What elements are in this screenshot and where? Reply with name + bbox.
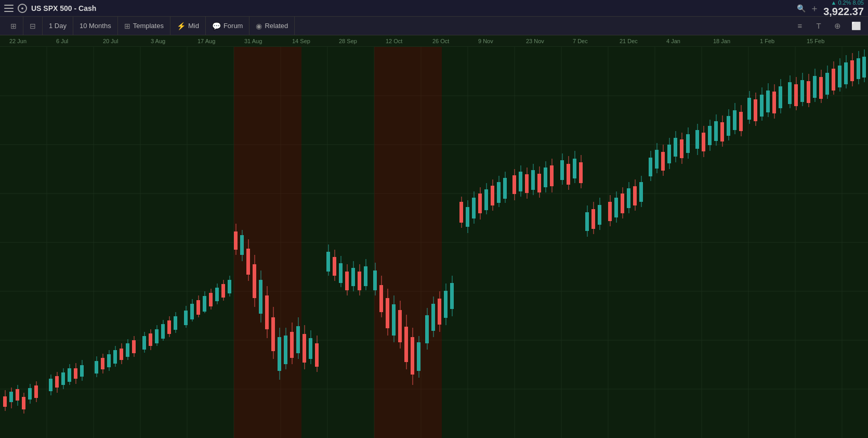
svg-rect-171	[484, 189, 488, 210]
svg-rect-201	[585, 212, 589, 231]
chart-area[interactable]	[0, 47, 868, 438]
svg-rect-53	[95, 361, 98, 373]
svg-rect-119	[309, 338, 312, 359]
svg-rect-277	[838, 66, 841, 87]
svg-rect-217	[639, 182, 643, 202]
svg-rect-189	[544, 168, 547, 187]
date-label: 31 Aug	[244, 38, 262, 44]
svg-rect-211	[621, 194, 624, 213]
svg-rect-83	[196, 300, 200, 315]
mid-btn[interactable]: ⚡ Mid	[170, 17, 206, 35]
svg-rect-231	[686, 134, 690, 153]
date-axis: 22 Jun6 Jul20 Jul3 Aug17 Aug31 Aug14 Sep…	[0, 35, 868, 47]
svg-rect-155	[431, 304, 435, 331]
forum-btn[interactable]: 💬 Forum	[206, 17, 250, 35]
svg-rect-149	[411, 337, 414, 375]
svg-rect-193	[560, 160, 564, 180]
svg-rect-95	[234, 231, 238, 250]
range-btn[interactable]: 10 Months	[73, 17, 118, 35]
svg-rect-75	[167, 320, 171, 334]
grid-icon: ⊟	[30, 22, 36, 30]
svg-rect-239	[714, 121, 718, 141]
forum-icon: 💬	[212, 22, 221, 30]
svg-rect-67	[142, 336, 146, 350]
svg-rect-141	[386, 298, 389, 328]
svg-rect-241	[720, 122, 724, 141]
date-label: 6 Jul	[56, 38, 68, 44]
svg-rect-89	[215, 288, 219, 301]
search-icon[interactable]: 🔍	[797, 4, 806, 12]
svg-rect-131	[351, 268, 355, 286]
svg-rect-279	[844, 62, 848, 84]
layout-icon-btn[interactable]: ⊞	[4, 17, 23, 35]
settings-icon-btn[interactable]: ⬜	[848, 19, 864, 33]
svg-rect-27	[374, 47, 442, 438]
grid-icon-btn[interactable]: ⊟	[23, 17, 43, 35]
svg-rect-113	[290, 332, 294, 358]
date-label: 3 Aug	[151, 38, 165, 44]
svg-rect-145	[398, 310, 402, 342]
date-label: 17 Aug	[198, 38, 215, 44]
svg-rect-275	[832, 69, 835, 91]
svg-rect-249	[747, 98, 751, 120]
templates-icon: ⊞	[124, 22, 130, 30]
svg-rect-151	[417, 342, 420, 371]
related-icon: ◉	[256, 22, 262, 30]
svg-rect-169	[478, 194, 482, 213]
date-label: 7 Dec	[573, 38, 588, 44]
range-label: 10 Months	[80, 22, 111, 30]
svg-rect-197	[573, 159, 576, 178]
svg-rect-39	[34, 385, 38, 398]
svg-rect-37	[28, 388, 32, 400]
svg-rect-29	[3, 396, 7, 407]
svg-rect-281	[850, 60, 854, 81]
svg-rect-167	[472, 198, 476, 218]
svg-rect-63	[126, 343, 129, 357]
svg-rect-147	[404, 327, 408, 362]
svg-rect-26	[234, 47, 301, 438]
svg-rect-191	[550, 165, 554, 186]
svg-rect-69	[149, 333, 152, 346]
hamburger-icon[interactable]	[4, 5, 14, 12]
svg-rect-159	[444, 291, 448, 318]
symbol-icon: ●	[18, 4, 27, 13]
svg-rect-209	[614, 198, 618, 217]
svg-rect-267	[807, 81, 810, 103]
svg-rect-207	[608, 202, 612, 221]
svg-rect-235	[702, 133, 705, 151]
svg-rect-263	[794, 84, 798, 106]
svg-rect-127	[339, 263, 343, 283]
svg-rect-257	[772, 92, 776, 113]
svg-rect-261	[788, 82, 792, 104]
svg-rect-181	[519, 172, 522, 191]
svg-rect-229	[680, 139, 683, 158]
svg-rect-205	[598, 205, 601, 225]
crosshair-icon-btn[interactable]: ⊕	[830, 19, 845, 33]
svg-rect-65	[132, 340, 136, 353]
svg-rect-125	[333, 257, 336, 276]
mid-icon: ⚡	[177, 22, 186, 30]
related-btn[interactable]: ◉ Related	[249, 17, 295, 35]
price-value: 3,922.37	[823, 6, 864, 17]
svg-rect-259	[779, 86, 782, 108]
svg-rect-97	[240, 235, 244, 255]
add-tab-button[interactable]: ＋	[810, 4, 819, 13]
svg-rect-31	[9, 392, 13, 402]
svg-rect-185	[531, 170, 535, 190]
symbol-label: US SPX 500 - Cash	[31, 4, 793, 12]
templates-btn[interactable]: ⊞ Templates	[118, 17, 170, 35]
date-label: 22 Jun	[9, 38, 27, 44]
svg-rect-71	[155, 329, 159, 343]
svg-rect-93	[228, 280, 231, 293]
indicator-icon-btn[interactable]: ≡	[792, 19, 808, 33]
timeframe-btn[interactable]: 1 Day	[43, 17, 73, 35]
date-label: 26 Oct	[432, 38, 449, 44]
svg-rect-283	[857, 58, 860, 79]
svg-rect-107	[271, 317, 275, 351]
layout-icon: ⊞	[10, 22, 17, 30]
toolbar-right: ≡ T ⊕ ⬜	[792, 19, 864, 33]
svg-rect-177	[503, 178, 507, 199]
date-label: 9 Nov	[478, 38, 493, 44]
text-icon-btn[interactable]: T	[811, 19, 826, 33]
svg-rect-49	[74, 368, 77, 379]
